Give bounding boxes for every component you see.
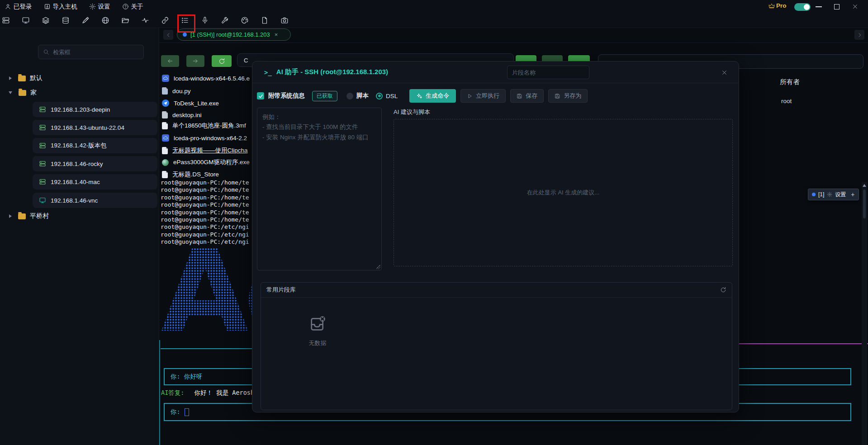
nav-back-button[interactable] [161, 55, 179, 67]
generate-command-button[interactable]: 生成命令 [409, 89, 456, 103]
monitor-icon[interactable] [22, 16, 30, 24]
snippet-name-input[interactable] [507, 66, 589, 79]
menu-logged-in[interactable]: 已登录 [5, 3, 32, 11]
suggestions-panel: 在此处显示 AI 生成的建议... [394, 119, 733, 266]
maximize-button[interactable] [830, 0, 844, 13]
microphone-icon[interactable] [201, 16, 209, 24]
save-button[interactable]: 保存 [510, 89, 544, 103]
nav-forward-button[interactable] [186, 55, 204, 67]
host-item[interactable]: 192.168.1.40-mac [33, 174, 157, 189]
session-float-widget[interactable]: [1] 设置 + [808, 189, 859, 200]
chat-ai-reply-line: AI答复: 你好！ 我是 Aerosh [161, 389, 254, 397]
document-icon [162, 147, 168, 154]
globe-app-icon [162, 159, 169, 166]
file-name: dou.py [172, 88, 191, 95]
hosts-icon[interactable] [2, 16, 10, 24]
minimize-button[interactable] [812, 0, 825, 13]
gear-icon[interactable] [827, 192, 832, 197]
refresh-icon[interactable] [720, 287, 726, 293]
pro-badge[interactable]: Pro [768, 2, 787, 9]
dialog-title: AI 助手 - SSH (root@192.168.1.203) [276, 68, 388, 76]
theme-toggle[interactable] [794, 3, 811, 11]
session-settings-label[interactable]: 设置 [835, 191, 846, 199]
host-name: 192.168.1.203-deepin [51, 106, 110, 113]
folder-icon[interactable] [121, 16, 129, 24]
resize-grip[interactable] [376, 265, 380, 269]
file-row[interactable]: ePass3000GM驱动程序.exe [162, 158, 250, 167]
chevron-left-icon [166, 33, 171, 38]
host-item[interactable]: 192.168.1.203-deepin [33, 102, 157, 117]
import-icon [44, 3, 51, 10]
layers-icon[interactable] [42, 16, 50, 24]
maximize-icon [834, 4, 840, 9]
camera-icon[interactable] [280, 16, 289, 24]
terminal-ascii-art: Ae [161, 245, 252, 347]
lceda-cloud-icon [162, 134, 169, 142]
owner-column-header[interactable]: 所有者 [764, 78, 815, 86]
snippet-library-header: 常用片段库 [261, 283, 732, 298]
script-radio[interactable] [346, 93, 353, 99]
tab-scroll-right-button[interactable] [854, 30, 864, 40]
prompt-textarea[interactable]: 例如： - 查找当前目录下大于 100M 的文件 - 安装 Nginx 并配置防… [257, 108, 382, 270]
group-pingqiaocun[interactable]: 平桥村 [0, 211, 49, 222]
tab-close-icon[interactable]: × [275, 31, 278, 38]
file-row[interactable]: lceda-windows-x64-6.5.46.e [162, 74, 250, 83]
script-radio-label[interactable]: 脚本 [356, 92, 369, 100]
file-row[interactable]: ToDesk_Lite.exe [162, 99, 219, 108]
prompt-example-line: - 安装 Nginx 并配置防火墙开放 80 端口 [262, 133, 376, 142]
search-icon [43, 49, 49, 55]
file-row[interactable]: 无标题.DS_Store [162, 170, 219, 179]
save-as-label: 另存为 [564, 92, 581, 100]
run-now-button[interactable]: 立即执行 [460, 89, 506, 103]
scrollbar-thumb[interactable] [863, 189, 866, 218]
file-row[interactable]: 无标题视频——使用Clipcha [162, 146, 248, 155]
file-row[interactable]: 单个18650电池座-圆角.3mf [162, 121, 246, 130]
tab-scroll-left-button[interactable] [163, 30, 173, 40]
dsl-radio-label[interactable]: DSL [386, 93, 398, 99]
save-as-button[interactable]: 另存为 [548, 89, 588, 103]
search-box[interactable] [38, 45, 144, 59]
group-default[interactable]: 默认 [0, 73, 43, 84]
terminal-line: root@guoyaqun-PC:/home/te [161, 179, 253, 186]
crown-icon [768, 3, 775, 9]
database-icon[interactable] [62, 16, 70, 24]
host-item[interactable]: 192.168.1.43-ubuntu-22.04 [33, 120, 157, 135]
chevron-right-icon [857, 33, 862, 38]
edit-pen-icon[interactable] [81, 16, 90, 24]
save-label: 保存 [526, 92, 537, 100]
menu-import-host[interactable]: 导入主机 [44, 3, 77, 11]
file-row[interactable]: desktop.ini [162, 110, 202, 119]
menu-about[interactable]: 关于 [122, 3, 143, 11]
activity-icon[interactable] [141, 16, 149, 24]
file-icon[interactable] [261, 16, 269, 24]
folder-icon [19, 90, 26, 96]
fetched-badge[interactable]: 已获取 [312, 91, 337, 101]
dialog-close-button[interactable] [720, 68, 729, 77]
dsl-radio[interactable] [376, 93, 383, 99]
host-item[interactable]: 192.168.1.42-版本包 [33, 138, 157, 153]
menu-settings[interactable]: 设置 [89, 3, 110, 11]
host-item[interactable]: 192.168.1.46-rocky [33, 156, 157, 171]
file-name: lceda-windows-x64-6.5.46.e [174, 75, 250, 82]
wrench-icon[interactable] [221, 16, 229, 24]
host-item[interactable]: 192.168.1.46-vnc [33, 193, 157, 208]
attach-system-info-checkbox[interactable] [257, 92, 264, 99]
scroll-up-arrow-icon[interactable] [863, 184, 866, 187]
refresh-button[interactable] [212, 55, 232, 67]
link-icon[interactable] [161, 16, 169, 24]
file-row[interactable]: lceda-pro-windows-x64-2.2 [162, 133, 247, 142]
close-button[interactable] [848, 0, 862, 13]
terminal-scrollbar[interactable] [862, 182, 867, 445]
terminal-divider-line [161, 348, 252, 349]
group-home[interactable]: 家 [0, 87, 37, 98]
menu-settings-label: 设置 [98, 3, 110, 11]
folder-icon [18, 213, 26, 219]
globe-icon[interactable] [101, 16, 109, 24]
terminal-output[interactable]: root@guoyaqun-PC:/home/te root@guoyaqun-… [161, 179, 253, 246]
vnc-monitor-icon [39, 197, 46, 204]
menu-logged-in-label: 已登录 [14, 3, 32, 11]
file-row[interactable]: dou.py [162, 86, 191, 95]
palette-icon[interactable] [241, 16, 249, 24]
search-input[interactable] [53, 49, 139, 56]
add-session-button[interactable]: + [851, 191, 854, 198]
